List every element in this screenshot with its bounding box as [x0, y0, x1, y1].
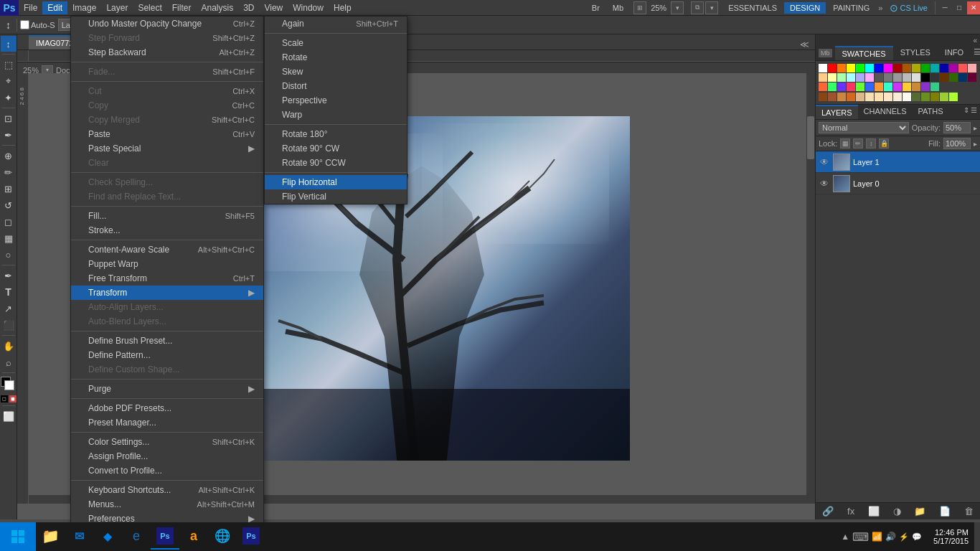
menu-auto-align[interactable]: Auto-Align Layers... — [71, 300, 263, 314]
swatch-light-cyan[interactable] — [847, 73, 855, 82]
swatch-dark-green[interactable] — [921, 64, 930, 72]
panel-collapse-icon[interactable]: « — [973, 37, 977, 44]
menu-edit[interactable]: Edit — [42, 1, 67, 14]
layer-delete-icon[interactable]: 🗑 — [960, 504, 978, 518]
lock-transparent-icon[interactable]: ▦ — [840, 138, 850, 149]
swatch-olive-drab[interactable] — [921, 93, 930, 101]
swatch-orange[interactable] — [837, 64, 846, 72]
close-btn[interactable]: ✕ — [967, 1, 980, 14]
tool-crop[interactable]: ⊡ — [1, 110, 17, 126]
tool-pen[interactable]: ✒ — [1, 268, 17, 283]
menu-define-brush[interactable]: Define Brush Preset... — [71, 334, 263, 348]
swatch-white[interactable] — [819, 64, 827, 72]
swatch-sea[interactable] — [930, 83, 939, 91]
swatch-chocolate[interactable] — [847, 93, 855, 101]
essentials-btn[interactable]: ESSENTIALS — [722, 2, 783, 14]
swatch-antique[interactable] — [893, 93, 902, 101]
menu-auto-blend[interactable]: Auto-Blend Layers... — [71, 314, 263, 329]
menu-free-transform[interactable]: Free Transform Ctrl+T — [71, 271, 263, 286]
menu-copy[interactable]: Copy Ctrl+C — [71, 98, 263, 113]
swatch-peru[interactable] — [837, 93, 846, 101]
lock-position-icon[interactable]: ↕ — [866, 138, 876, 149]
show-desktop-btn[interactable] — [974, 522, 980, 551]
transform-perspective[interactable]: Perspective — [265, 93, 407, 108]
swatch-olive[interactable] — [912, 64, 920, 72]
swatch-lavender[interactable] — [856, 73, 864, 82]
swatch-olive2[interactable] — [930, 93, 939, 101]
taskbar-explorer[interactable]: 📁 — [36, 524, 65, 550]
swatch-light-gray[interactable] — [893, 73, 902, 82]
swatch-gray[interactable] — [875, 73, 883, 82]
tool-type[interactable]: T — [1, 284, 17, 300]
panel-expand-icon[interactable]: ≪ — [797, 39, 812, 50]
tool-marquee[interactable]: ⬚ — [1, 57, 17, 72]
swatch-grape[interactable] — [921, 83, 930, 91]
volume-icon[interactable]: 🔊 — [885, 532, 896, 542]
auto-select-checkbox[interactable] — [20, 20, 29, 29]
transform-rotate180[interactable]: Rotate 180° — [265, 127, 407, 141]
bridge-btn[interactable]: Br — [586, 2, 606, 14]
menu-3d[interactable]: 3D — [238, 1, 259, 14]
scrollbar-v-thumb[interactable] — [807, 116, 814, 159]
swatch-green[interactable] — [856, 64, 864, 72]
swatch-light-green[interactable] — [837, 73, 846, 82]
menu-file[interactable]: File — [19, 1, 42, 14]
menu-color-settings[interactable]: Color Settings... Shift+Ctrl+K — [71, 435, 263, 449]
swatch-mint[interactable] — [828, 83, 837, 91]
tab-layers[interactable]: LAYERS — [816, 105, 858, 119]
swatch-sky-blue[interactable] — [865, 83, 874, 91]
swatch-burlywood[interactable] — [856, 93, 864, 101]
menu-keyboard-shortcuts[interactable]: Keyboard Shortcuts... Alt+Shift+Ctrl+K — [71, 483, 263, 497]
tab-styles[interactable]: STYLES — [893, 46, 938, 60]
menu-copy-merged[interactable]: Copy Merged Shift+Ctrl+C — [71, 113, 263, 127]
swatch-tan[interactable] — [912, 83, 920, 91]
swatch-rose[interactable] — [847, 83, 855, 91]
swatch-dark-gray[interactable] — [930, 73, 939, 82]
swatch-teal[interactable] — [930, 64, 939, 72]
scrollbar-vertical[interactable] — [806, 73, 815, 495]
tool-eraser[interactable]: ◻ — [1, 214, 17, 230]
grid-icon[interactable]: ⊞ — [633, 1, 646, 14]
taskbar-chrome[interactable]: 🌐 — [208, 524, 237, 550]
swatch-light-red[interactable] — [958, 64, 967, 72]
swatch-pink[interactable] — [968, 64, 976, 72]
menu-layer[interactable]: Layer — [101, 1, 133, 14]
taskbar-dropbox[interactable]: ◆ — [93, 524, 122, 550]
swatch-red[interactable] — [828, 64, 837, 72]
menu-preset-manager[interactable]: Preset Manager... — [71, 415, 263, 430]
swatch-near-white[interactable] — [912, 73, 920, 82]
swatch-green-yellow[interactable] — [949, 93, 958, 101]
opacity-input[interactable] — [943, 122, 971, 133]
swatch-lime[interactable] — [856, 83, 864, 91]
swatch-sienna[interactable] — [828, 93, 837, 101]
swatch-brown[interactable] — [903, 64, 911, 72]
menu-paste[interactable]: Paste Ctrl+V — [71, 127, 263, 141]
menu-fill[interactable]: Fill... Shift+F5 — [71, 209, 263, 223]
menu-menus[interactable]: Menus... Alt+Shift+Ctrl+M — [71, 497, 263, 512]
quick-mask-icon[interactable]: ◼ — [9, 395, 17, 402]
minimize-btn[interactable]: ─ — [938, 1, 951, 14]
menu-content-aware[interactable]: Content-Aware Scale Alt+Shift+Ctrl+C — [71, 242, 263, 257]
tool-stamp[interactable]: ⊞ — [1, 181, 17, 197]
fill-arrow-icon[interactable]: ▸ — [974, 140, 977, 148]
swatch-saddle-brown[interactable] — [819, 93, 827, 101]
menu-clear[interactable]: Clear — [71, 156, 263, 170]
swatch-gold[interactable] — [875, 83, 883, 91]
power-icon[interactable]: ⚡ — [899, 532, 909, 542]
taskbar-photoshop2[interactable]: Ps — [237, 524, 265, 550]
tool-hand[interactable]: ✋ — [1, 338, 17, 354]
layers-panel-expand-icon[interactable]: ⇕ — [963, 106, 969, 118]
layer-item-0[interactable]: 👁 Layer 0 — [816, 173, 980, 194]
taskbar-amazon[interactable]: a — [179, 524, 208, 550]
menu-check-spelling[interactable]: Check Spelling... — [71, 175, 263, 189]
tab-paths[interactable]: PATHS — [913, 105, 949, 119]
tool-dodge[interactable]: ○ — [1, 247, 17, 263]
taskbar-ie[interactable]: e — [122, 524, 151, 550]
tool-eyedropper[interactable]: ✒ — [1, 127, 17, 143]
action-center-icon[interactable]: 💬 — [912, 532, 922, 542]
menu-image[interactable]: Image — [67, 1, 101, 14]
transform-scale[interactable]: Scale — [265, 36, 407, 50]
screen-icon[interactable]: ▾ — [705, 1, 718, 14]
transform-flip-v[interactable]: Flip Vertical — [265, 189, 407, 204]
menu-purge[interactable]: Purge ▶ — [71, 382, 263, 396]
